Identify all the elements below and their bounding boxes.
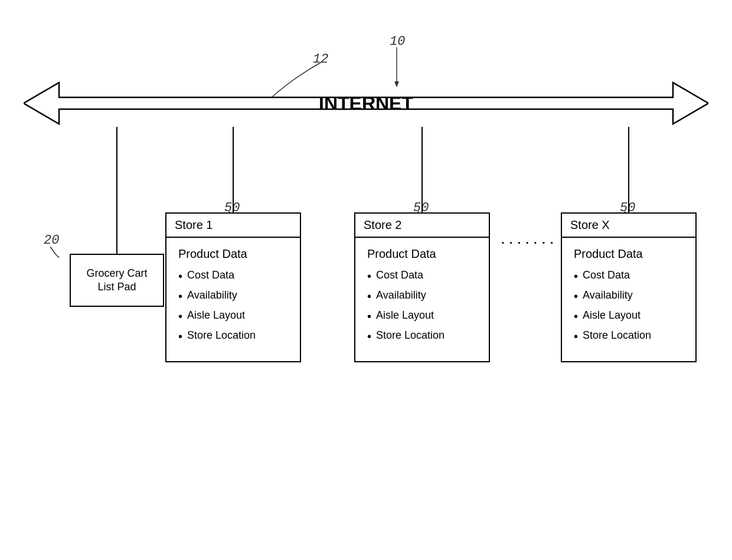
internet-label: INTERNET <box>319 93 413 114</box>
store-2-item-availability: Availability <box>367 289 477 303</box>
store-2-product-data-title: Product Data <box>367 247 477 261</box>
store-x-item-aisle: Aisle Layout <box>574 309 684 323</box>
dots-separator: ....... <box>501 229 557 248</box>
store-x-box: Store X Product Data Cost Data Availabil… <box>561 212 697 362</box>
diagram-container: 10 12 20 50 50 50 INTERNET <box>0 0 732 560</box>
store-x-header: Store X <box>562 214 695 238</box>
store-2-item-aisle: Aisle Layout <box>367 309 477 323</box>
ref-20: 20 <box>44 233 59 248</box>
store-1-header: Store 1 <box>166 214 300 238</box>
store-2-product-list: Cost Data Availability Aisle Layout Stor… <box>367 269 477 343</box>
store-x-product-list: Cost Data Availability Aisle Layout Stor… <box>574 269 684 343</box>
store-1-body: Product Data Cost Data Availability Aisl… <box>166 238 300 361</box>
store-x-item-availability: Availability <box>574 289 684 303</box>
store-1-item-cost: Cost Data <box>178 269 288 283</box>
store-2-item-location: Store Location <box>367 329 477 343</box>
grocery-cart-label: Grocery CartList Pad <box>86 267 147 294</box>
store-2-item-cost: Cost Data <box>367 269 477 283</box>
store-1-item-aisle: Aisle Layout <box>178 309 288 323</box>
store-1-product-data-title: Product Data <box>178 247 288 261</box>
store-1-box: Store 1 Product Data Cost Data Availabil… <box>165 212 301 362</box>
grocery-cart-box: Grocery CartList Pad <box>70 254 164 307</box>
store-1-item-availability: Availability <box>178 289 288 303</box>
store-2-header: Store 2 <box>355 214 489 238</box>
store-x-item-location: Store Location <box>574 329 684 343</box>
store-2-box: Store 2 Product Data Cost Data Availabil… <box>354 212 490 362</box>
ref-12: 12 <box>313 52 328 67</box>
store-1-product-list: Cost Data Availability Aisle Layout Stor… <box>178 269 288 343</box>
store-x-product-data-title: Product Data <box>574 247 684 261</box>
internet-arrow: INTERNET <box>24 80 708 127</box>
store-x-item-cost: Cost Data <box>574 269 684 283</box>
internet-arrow-container: INTERNET <box>24 77 708 130</box>
store-x-body: Product Data Cost Data Availability Aisl… <box>562 238 695 361</box>
ref-10: 10 <box>390 34 405 49</box>
store-1-item-location: Store Location <box>178 329 288 343</box>
store-2-body: Product Data Cost Data Availability Aisl… <box>355 238 489 361</box>
